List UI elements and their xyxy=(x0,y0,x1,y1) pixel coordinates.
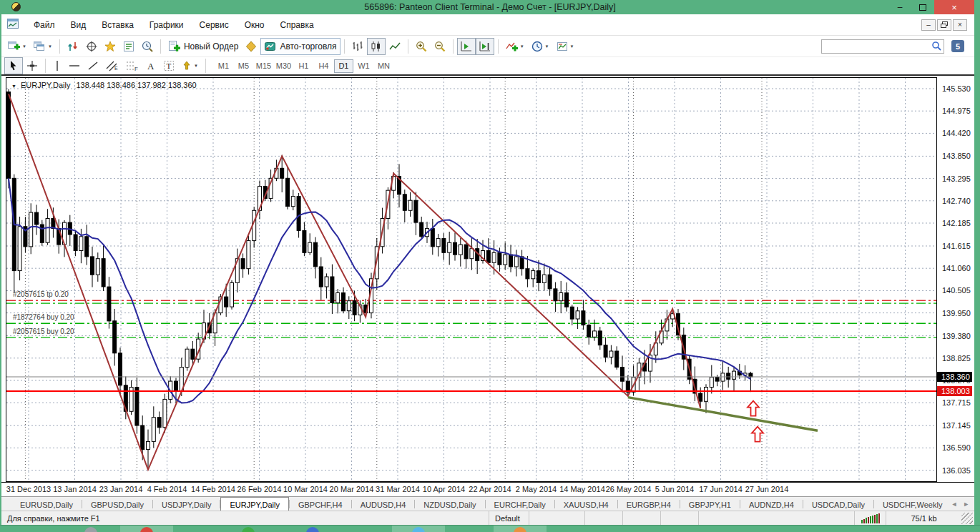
periods-dropdown-icon[interactable]: ▼ xyxy=(545,44,549,49)
price-tick-label: 141.060 xyxy=(942,264,971,272)
menu-item-5[interactable]: Окно xyxy=(237,16,273,34)
autotrade-icon xyxy=(264,41,276,52)
metaeditor-button[interactable] xyxy=(242,38,260,55)
tab-nzdusd-daily[interactable]: NZDUSD,Daily xyxy=(415,497,484,511)
date-axis[interactable]: 31 Dec 201313 Jan 201423 Jan 20144 Feb 2… xyxy=(1,482,974,496)
trendline-button[interactable] xyxy=(84,57,102,74)
timeframe-d1-button[interactable]: D1 xyxy=(334,59,353,73)
timeframe-w1-button[interactable]: W1 xyxy=(354,59,373,73)
tab-eurchf-daily[interactable]: EURCHF,Daily xyxy=(486,497,554,511)
tab-audnzd-h4[interactable]: AUDNZD,H4 xyxy=(740,497,803,511)
crosshair-button[interactable] xyxy=(23,57,41,74)
candle-chart-button[interactable] xyxy=(367,38,386,55)
menu-item-4[interactable]: Сервис xyxy=(192,16,237,34)
new-chart-button[interactable]: ▼ xyxy=(4,38,30,55)
status-profile[interactable]: Default xyxy=(489,511,529,526)
taskbar-app-gray-icon[interactable] xyxy=(84,527,97,532)
indicators-button[interactable]: ▼ xyxy=(502,38,528,55)
bar-chart-button[interactable] xyxy=(348,38,367,55)
vertical-line-icon xyxy=(53,60,62,72)
timeframe-m5-button[interactable]: M5 xyxy=(234,59,253,73)
autotrade-button[interactable]: Авто-торговля xyxy=(260,38,340,55)
child-minimize-button[interactable]: – xyxy=(921,19,936,31)
tab-eurjpy-daily[interactable]: EURJPY,Daily xyxy=(220,497,289,511)
menu-item-6[interactable]: Справка xyxy=(273,16,322,34)
terminal-button[interactable] xyxy=(119,38,138,55)
text-label-button[interactable]: T xyxy=(160,57,178,74)
tabs-scroll-left-icon[interactable]: ◄ xyxy=(951,501,957,508)
new-order-button[interactable]: Новый Ордер xyxy=(165,38,242,55)
zoom-in-button[interactable] xyxy=(412,38,431,55)
toolbar-separator xyxy=(59,39,60,54)
tab-xauusd-h4[interactable]: XAUUSD,H4 xyxy=(555,497,617,511)
templates-button[interactable]: ▼ xyxy=(553,38,578,55)
templates-dropdown-icon[interactable]: ▼ xyxy=(570,44,574,49)
profiles-dropdown-icon[interactable]: ▼ xyxy=(48,44,52,49)
taskbar-app-green-icon[interactable] xyxy=(242,527,255,532)
profiles-icon xyxy=(34,41,46,52)
equidistant-channel-icon: E xyxy=(106,60,119,72)
periods-icon xyxy=(531,41,543,52)
tab-gbpchf-h4[interactable]: GBPCHF,H4 xyxy=(290,497,351,511)
notifications-badge[interactable]: 5 xyxy=(951,40,964,52)
auto-scroll-button[interactable] xyxy=(457,38,476,55)
menu-item-1[interactable]: Вид xyxy=(63,16,94,34)
child-restore-button[interactable] xyxy=(937,19,951,31)
price-chart[interactable] xyxy=(6,77,937,482)
tab-eurusd-daily[interactable]: EURUSD,Daily xyxy=(11,497,82,511)
tab-usdjpy-daily[interactable]: USDJPY,Daily xyxy=(153,497,220,511)
chart-shift-button[interactable] xyxy=(476,38,494,55)
tab-gbpjpy-h1[interactable]: GBPJPY,H1 xyxy=(680,497,740,511)
tab-usdcad-daily[interactable]: USDCAD,Daily xyxy=(803,497,873,511)
resize-gr[interactable] xyxy=(961,513,973,524)
new-chart-dropdown-icon[interactable]: ▼ xyxy=(22,44,26,49)
equidistant-channel-button[interactable]: E xyxy=(102,57,122,74)
symbol-collapse-icon[interactable]: ▼ xyxy=(11,84,16,89)
vertical-line-button[interactable] xyxy=(49,57,65,74)
timeframe-m1-button[interactable]: M1 xyxy=(214,59,233,73)
line-chart-button[interactable] xyxy=(386,38,404,55)
timeframe-h4-button[interactable]: H4 xyxy=(314,59,333,73)
navigator-button[interactable] xyxy=(101,38,119,55)
tab-audusd-h4[interactable]: AUDUSD,H4 xyxy=(352,497,415,511)
timeframe-h1-button[interactable]: H1 xyxy=(294,59,313,73)
menu-item-3[interactable]: Графики xyxy=(142,16,192,34)
window-close-button[interactable]: × xyxy=(934,0,974,14)
status-empty-cell xyxy=(622,511,660,526)
menu-item-0[interactable]: Файл xyxy=(26,16,63,34)
search-icon[interactable] xyxy=(931,41,942,54)
autotrade-label: Авто-торговля xyxy=(280,41,336,51)
arrows-tool-dropdown-icon[interactable]: ▼ xyxy=(194,64,198,68)
line-chart-icon xyxy=(389,41,401,52)
periods-button[interactable]: ▼ xyxy=(528,38,553,55)
window-maximize-button[interactable] xyxy=(911,0,934,14)
tabs-scroll-right-icon[interactable]: ► xyxy=(963,501,969,508)
arrows-tool-button[interactable]: ▼ xyxy=(178,57,202,74)
desktop-taskbar[interactable] xyxy=(0,525,980,532)
taskbar-app-blue-icon[interactable] xyxy=(306,527,319,532)
timeframe-m15-button[interactable]: M15 xyxy=(254,59,273,73)
child-close-button[interactable]: × xyxy=(953,19,967,31)
search-input[interactable] xyxy=(821,39,944,54)
fibonacci-button[interactable]: F xyxy=(122,57,142,74)
strategy-tester-button[interactable] xyxy=(138,38,157,55)
text-button[interactable]: A xyxy=(142,57,160,74)
zoom-out-button[interactable] xyxy=(431,38,449,55)
cursor-button[interactable] xyxy=(4,57,23,74)
tab-eurgbp-h4[interactable]: EURGBP,H4 xyxy=(618,497,680,511)
timeframe-m30-button[interactable]: M30 xyxy=(274,59,293,73)
price-tick-label: 139.950 xyxy=(942,309,971,317)
tab-usdchf-weekly[interactable]: USDCHF,Weekly xyxy=(874,497,951,511)
data-window-button[interactable] xyxy=(82,38,101,55)
indicators-dropdown-icon[interactable]: ▼ xyxy=(520,44,524,49)
menu-item-2[interactable]: Вставка xyxy=(94,16,142,34)
horizontal-line-button[interactable] xyxy=(65,57,84,74)
timeframe-mn-button[interactable]: MN xyxy=(374,59,393,73)
price-axis[interactable]: 145.530144.975144.420143.850143.295142.7… xyxy=(937,76,974,483)
profiles-button[interactable]: ▼ xyxy=(30,38,56,55)
status-empty-cell xyxy=(584,511,622,526)
market-watch-button[interactable] xyxy=(64,38,82,55)
toolbar-separator xyxy=(408,39,408,54)
window-minimize-button[interactable]: – xyxy=(888,0,911,14)
tab-gbpusd-daily[interactable]: GBPUSD,Daily xyxy=(82,497,152,511)
